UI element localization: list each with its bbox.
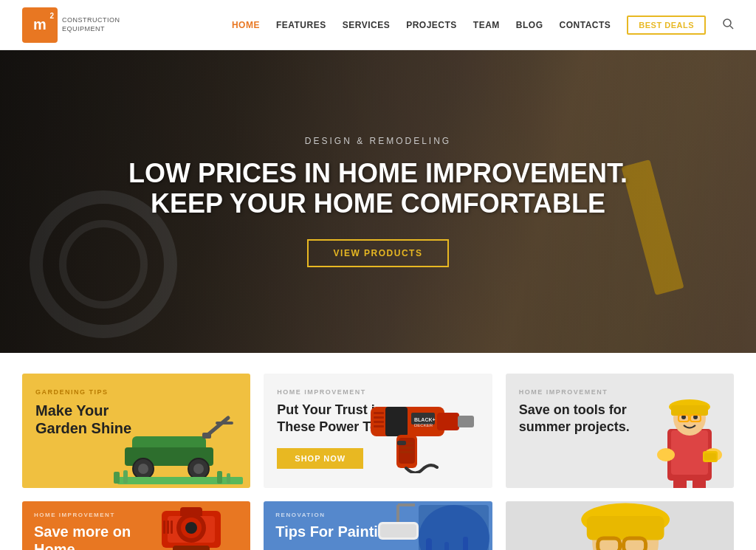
hero-content: DESIGN & REMODELING LOW PRICES IN HOME I… [128,136,628,268]
svg-rect-28 [374,421,384,423]
cards-row-1: GARDENING TIPS Make Your Garden Shine [0,353,756,488]
logo-text: CONSTRUCTION EQUIPMENT [62,16,120,33]
hero-section: DESIGN & REMODELING LOW PRICES IN HOME I… [0,50,756,353]
nav-contacts[interactable]: CONTACTS [560,20,611,30]
card-tools-summer: HOME IMPROVEMENT Save on tools for summe… [506,374,734,488]
svg-point-54 [185,522,197,534]
svg-rect-23 [400,447,413,449]
nav-home[interactable]: HOME [232,20,260,30]
svg-rect-24 [400,451,413,453]
svg-rect-10 [117,477,243,484]
svg-rect-34 [671,430,708,475]
card-worker-extra [506,501,734,550]
svg-rect-65 [380,524,416,537]
svg-rect-25 [397,441,406,445]
svg-rect-57 [167,520,169,534]
tool-orange-image [140,507,243,550]
svg-rect-46 [704,453,716,460]
nav-features[interactable]: FEATURES [276,20,326,30]
svg-rect-18 [458,416,474,427]
svg-rect-14 [227,473,230,484]
svg-rect-27 [374,416,384,419]
shop-now-button[interactable]: SHOP NOW [277,448,363,469]
svg-rect-56 [163,520,165,534]
svg-rect-26 [374,412,384,414]
svg-rect-17 [437,413,459,430]
svg-rect-47 [673,479,687,488]
logo[interactable]: m 2 CONSTRUCTION EQUIPMENT [22,7,120,43]
logo-sup: 2 [49,12,54,20]
svg-rect-13 [217,471,222,484]
svg-rect-29 [374,425,384,427]
svg-text:DECKER: DECKER [414,423,433,427]
hero-title: LOW PRICES IN HOME IMPROVEMENT. KEEP YOU… [128,158,628,219]
svg-text:BLACK+: BLACK+ [414,417,436,422]
site-header: m 2 CONSTRUCTION EQUIPMENT HOME FEATURES… [0,0,756,50]
cards-row-2: HOME IMPROVEMENT Save more on Home [0,488,756,550]
svg-point-7 [138,464,148,474]
card-tips-painting: RENOVATION Tips For Painting [264,501,492,550]
svg-line-1 [730,26,733,29]
card-gardening: GARDENING TIPS Make Your Garden Shine [22,374,250,488]
card-powertools-category: HOME IMPROVEMENT [277,388,366,396]
card-save-home: HOME IMPROVEMENT Save more on Home [22,501,250,550]
svg-rect-12 [123,470,128,484]
card-powertools: HOME IMPROVEMENT Put Your Trust in These… [264,374,492,488]
nav-team[interactable]: TEAM [473,20,500,30]
svg-rect-61 [426,538,432,550]
best-deals-button[interactable]: BEST DEALS [627,16,706,35]
svg-rect-55 [173,546,210,550]
card-gardening-category: GARDENING TIPS [35,388,237,396]
search-button[interactable] [722,18,734,32]
svg-rect-62 [444,542,449,550]
main-nav: HOME FEATURES SERVICES PROJECTS TEAM BLO… [232,16,734,35]
svg-point-9 [193,464,204,474]
svg-rect-48 [693,479,706,488]
svg-rect-58 [171,520,173,534]
worker-illustration [645,385,734,488]
heatgun-image: BLACK+ DECKER [363,385,478,476]
svg-point-43 [657,448,675,461]
nav-projects[interactable]: PROJECTS [406,20,457,30]
logo-letter: m [33,16,47,33]
paint-image [374,501,492,550]
svg-rect-11 [114,472,120,484]
hero-subtitle: DESIGN & REMODELING [128,136,628,146]
nav-blog[interactable]: BLOG [516,20,543,30]
svg-rect-63 [463,537,468,550]
svg-rect-37 [671,405,708,416]
card-tools-title: Save on tools for summer projects. [519,402,637,436]
svg-rect-19 [385,407,408,436]
hero-cta-button[interactable]: VIEW PRODUCTS [307,239,450,267]
svg-rect-15 [202,433,211,439]
lawnmower-image [110,407,250,488]
svg-point-0 [724,19,731,27]
worker-extra-illustration [506,501,734,550]
svg-rect-76 [586,516,664,540]
logo-box: m 2 [22,7,58,43]
nav-services[interactable]: SERVICES [343,20,390,30]
